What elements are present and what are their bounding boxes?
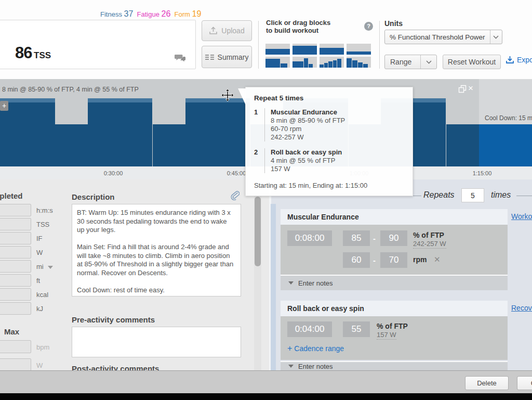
completed-input-ft[interactable] [0,274,31,287]
download-icon [506,56,514,64]
tooltip-step-1: 1 Muscular Endurance 8 min @ 85-90 % of … [254,108,404,141]
step-number: 1 [254,108,264,141]
completed-input-mi[interactable] [0,260,31,273]
segment-header-muscular-endurance[interactable]: Muscular Endurance [281,209,508,225]
workout-bar-rest[interactable] [446,124,479,166]
intensity-min-input[interactable]: 85 [343,230,370,246]
description-textarea[interactable]: BT: Warm Up: 15 minutes endurance riding… [72,204,241,296]
comment-icon[interactable] [175,54,186,62]
block-spike[interactable] [292,57,317,68]
help-icon[interactable]: ? [364,22,373,31]
times-label: times [491,190,511,200]
repeats-label: Repeats [423,190,455,200]
remove-cadence-icon[interactable]: ✕ [434,255,441,264]
segment-header-roll-back[interactable]: Roll back or easy spin [281,301,508,316]
chevron-down-icon[interactable] [48,266,53,269]
scrollbar-thumb[interactable] [255,197,261,266]
enter-notes-toggle[interactable]: Enter notes [281,275,508,290]
intensity-input[interactable]: 55 [343,321,370,337]
summary-icon [205,54,214,60]
block-steady-mid[interactable] [320,44,344,55]
pmc-metrics: Fitness 37 Fatigue 26 Form 19 [100,9,201,19]
workout-bar-rest[interactable] [55,124,88,166]
block-steady[interactable] [265,44,290,55]
unit-label: h:m:s [36,207,53,214]
workout-bar-rest[interactable] [153,124,185,166]
repeat-tooltip: Repeat 5 times 1 Muscular Endurance 8 mi… [245,87,413,196]
tooltip-step-2: 2 Roll back or easy spin 4 min @ 55 % of… [254,148,404,173]
watts-value[interactable]: 157 W [377,331,396,340]
thumb-bar [324,63,328,68]
add-block-button[interactable]: + [0,101,8,111]
paperclip-icon[interactable] [230,190,240,200]
duration-input[interactable]: 0:08:00 [287,230,332,246]
duration-input[interactable]: 0:04:00 [287,321,332,337]
completed-input-kcal[interactable] [0,288,31,301]
step-detail: 242-257 W [271,133,345,141]
upload-button[interactable]: Upload [202,20,252,41]
cadence-unit-label: rpm [413,255,427,264]
tss-card: 86 TSS [0,20,196,69]
segment-body: 0:04:00 55 % of FTP 157 W [281,316,508,360]
units-select[interactable]: % Functional Threshold Power [384,30,502,44]
completed-input-kJ[interactable] [0,302,31,315]
intensity-max-input[interactable]: 90 [380,230,407,246]
cadence-min-input[interactable]: 60 [343,252,370,268]
enter-notes-toggle[interactable]: Enter notes [281,361,508,370]
export-link[interactable]: Export [506,56,532,64]
block-ramp-up[interactable] [320,57,344,68]
intensity-range-cap [88,98,152,102]
intensity-unit-label: % of FTP [377,322,408,330]
workout-bar-work[interactable] [185,98,250,166]
cooldown-label: Cool Down: 15 min [485,114,532,122]
thumb-bar [281,63,287,68]
repeats-input[interactable] [461,188,484,202]
header-divider-2 [379,21,380,69]
thumb-bar [265,49,290,55]
segment-type-link[interactable]: Workout [511,212,532,221]
completed-input-IF[interactable] [0,232,31,244]
max-input-bpm[interactable] [0,340,31,353]
range-select[interactable]: Range [384,55,437,69]
enter-notes-label: Enter notes [298,279,333,287]
max-input-W[interactable] [0,358,31,371]
copy-button[interactable]: Copy [517,376,532,390]
upload-icon [209,27,218,35]
completed-input-h:m:s[interactable] [0,204,31,216]
range-dash: - [373,234,376,243]
thumb-bar [337,59,341,68]
duplicate-icon[interactable] [458,85,467,93]
block-ramp-down[interactable] [347,57,371,68]
reset-workout-button[interactable]: Reset Workout [443,55,501,69]
fitness-value: 37 [124,9,134,18]
pre-activity-comments-title: Pre-activity comments [72,315,155,324]
block-steady-low[interactable] [347,44,371,55]
thumb-bar [292,61,303,68]
segment-type-link[interactable]: Recovery [511,304,532,312]
thumb-bar [328,61,332,68]
block-interval[interactable] [265,57,290,68]
workout-bar-work[interactable] [88,98,152,166]
thumb-bar [265,59,280,68]
unit-label: kJ [36,305,43,313]
export-label: Export [517,56,532,64]
segment-name: Muscular Endurance [281,213,359,221]
thumb-bar [358,62,363,68]
thumb-bar [292,46,317,55]
add-cadence-range-link[interactable]: +Cadence range [287,344,344,353]
completed-input-TSS[interactable] [0,218,31,230]
repeats-rule-left [413,196,421,196]
block-steady-high[interactable] [292,44,317,55]
header-divider [258,21,259,69]
pre-activity-comments-textarea[interactable] [72,327,241,357]
close-icon[interactable]: × [468,83,473,94]
delete-button[interactable]: Delete [465,376,509,390]
unit-label: bpm [36,343,49,351]
summary-label: Summary [218,53,249,61]
summary-button[interactable]: Summary [202,46,252,68]
completed-input-W[interactable] [0,246,31,259]
step-detail: 157 W [271,165,342,173]
cadence-max-input[interactable]: 70 [380,252,407,268]
workout-bar-cooldown[interactable] [479,124,532,166]
watts-value[interactable]: 242-257 W [413,240,446,249]
